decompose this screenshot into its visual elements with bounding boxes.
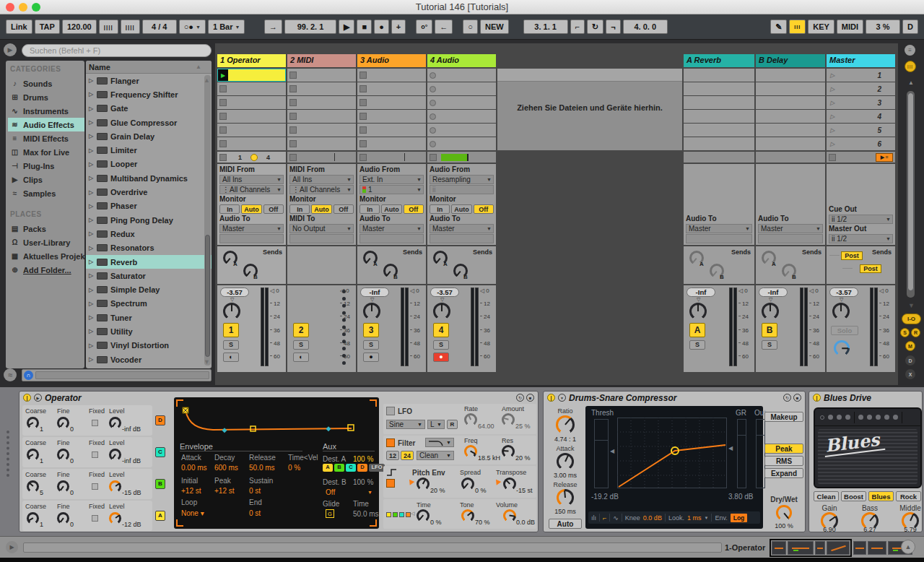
input-channel-select[interactable]: ⋮ All Channels▼ [289, 185, 354, 194]
lookahead-value[interactable]: 1 ms [687, 514, 702, 522]
mode-rock-button[interactable]: Rock [896, 491, 921, 501]
dropdown-arrow-icon[interactable]: ▼ [346, 225, 352, 233]
disclosure-triangle-icon[interactable]: ▷ [89, 77, 94, 84]
sidebar-item-clips[interactable]: ▶Clips [8, 173, 84, 186]
list-item[interactable]: ▷Resonators [86, 241, 212, 255]
stop-all-icon[interactable] [289, 154, 297, 161]
clip-record-icon[interactable] [430, 86, 436, 92]
list-item[interactable]: ▷Flanger [86, 74, 212, 87]
return-slot[interactable] [684, 137, 754, 150]
scene-launch-icon[interactable]: ▷ [830, 100, 834, 106]
clip-stop-icon[interactable] [359, 113, 367, 120]
clip-slot[interactable] [217, 124, 286, 137]
search-input[interactable] [22, 44, 212, 57]
disclosure-triangle-icon[interactable]: ▷ [89, 259, 94, 265]
sidebar-item-midi-effects[interactable]: ≡MIDI Effects [8, 131, 84, 145]
clip-play-icon[interactable]: ▶ [218, 69, 228, 81]
clip-stop-icon[interactable] [289, 72, 297, 79]
scene-launch-icon[interactable]: ▷ [830, 141, 834, 147]
stop-all-icon[interactable] [359, 154, 367, 161]
scene-row[interactable]: ▷1 [827, 69, 895, 82]
punch-in-button[interactable]: ⌐ [570, 20, 585, 34]
places-item-aktuelles-projekt[interactable]: ▦Aktuelles Projekt [8, 249, 84, 263]
end-value[interactable]: 0 st [249, 509, 261, 517]
dropdown-arrow-icon[interactable]: ▼ [886, 235, 891, 243]
metronome-button[interactable]: ○●▼ [179, 20, 206, 34]
return-slot[interactable] [684, 96, 754, 109]
track-activator-button[interactable]: 1 [223, 323, 239, 337]
rate-knob[interactable] [464, 413, 477, 426]
clip-indicator-icon[interactable]: ◁ [480, 288, 484, 294]
sidebar-item-audio-effects[interactable]: ≋Audio Effects [8, 118, 84, 131]
mixer-view-toggle-icon[interactable]: ||| [905, 61, 916, 72]
preview-strip[interactable] [35, 371, 209, 379]
osc-letter-badge[interactable]: D [155, 415, 165, 425]
list-item[interactable]: ▷Vocoder [86, 353, 212, 366]
disclosure-triangle-icon[interactable]: ▷ [89, 175, 94, 181]
monitor-auto-button[interactable]: Auto [241, 204, 261, 214]
show-sends-button[interactable]: S [900, 328, 910, 337]
arm-button[interactable]: ● [433, 353, 449, 362]
return-slot[interactable] [684, 82, 754, 95]
list-item[interactable]: ▷Phaser [86, 199, 212, 213]
input-channel-select[interactable]: 1▼ [359, 185, 424, 194]
clip-slot[interactable] [427, 96, 496, 109]
output-channel-select[interactable] [758, 234, 823, 243]
freq-knob[interactable] [464, 445, 477, 458]
sidebar-item-drums[interactable]: ⊞Drums [8, 90, 84, 104]
monitor-in-button[interactable]: In [289, 204, 310, 214]
loop-button[interactable]: ↻ [587, 20, 603, 34]
track-activator-button[interactable]: 2 [293, 323, 309, 337]
clip-stop-row[interactable] [287, 152, 356, 163]
new-button[interactable]: NEW [480, 20, 509, 34]
pan-knob[interactable] [762, 303, 779, 320]
track-header[interactable]: 3 Audio [357, 54, 426, 67]
clip-record-icon[interactable] [430, 72, 436, 79]
monitor-off-button[interactable]: Off [474, 204, 494, 214]
pan-knob[interactable] [223, 303, 240, 320]
dropdown-arrow-icon[interactable]: ▼ [276, 225, 282, 233]
clip-indicator-icon[interactable]: ◁ [809, 288, 814, 294]
thresh-value[interactable]: -19.2 dB [591, 493, 619, 501]
clip-indicator-icon[interactable]: ◁ [270, 288, 274, 294]
disclosure-triangle-icon[interactable]: ▷ [89, 356, 94, 363]
amount-knob[interactable] [502, 413, 515, 426]
list-item[interactable]: ▷Limiter [86, 143, 212, 157]
clip-indicator-icon[interactable]: ◁ [738, 288, 743, 294]
tempo-field[interactable]: 120.00 [62, 20, 97, 34]
track-activator-button[interactable]: 3 [363, 323, 379, 337]
draw-mode-button[interactable]: ✎ [770, 20, 787, 34]
time-signature-field[interactable]: 4 / 4 [142, 20, 177, 34]
dest-b-dropdown-icon[interactable]: ▼ [367, 490, 372, 495]
play-button[interactable]: ▶ [339, 20, 354, 34]
solo-button[interactable]: S [223, 340, 239, 350]
tap-tempo-button[interactable]: TAP [35, 20, 60, 34]
clip-stop-icon[interactable] [359, 140, 367, 147]
punch-out-button[interactable]: ¬ [606, 20, 620, 34]
input-channel-select[interactable]: ⋮ All Channels▼ [219, 185, 284, 194]
quantization-menu[interactable]: 1 Bar▼ [208, 20, 245, 34]
fold-device-icon[interactable]: ▶ [34, 394, 42, 402]
stop-all-icon[interactable] [829, 154, 836, 161]
session-scroll-down-icon[interactable]: ▼ [908, 302, 915, 309]
disclosure-triangle-icon[interactable]: ▷ [89, 287, 94, 293]
device-chain-selection[interactable] [770, 539, 852, 557]
clip-record-icon[interactable] [430, 127, 436, 134]
disclosure-triangle-icon[interactable]: ▷ [89, 189, 94, 196]
nudge-up-icon[interactable]: |||| [121, 20, 140, 34]
clip-stop-row[interactable] [357, 152, 426, 163]
clip-slot[interactable] [287, 137, 356, 150]
disclosure-triangle-icon[interactable]: ▷ [89, 328, 94, 334]
pan-knob[interactable] [363, 303, 380, 320]
disclosure-triangle-icon[interactable]: ▷ [89, 119, 94, 126]
dropdown-arrow-icon[interactable]: ▼ [446, 453, 451, 458]
clip-stop-row[interactable]: 14 [217, 152, 286, 163]
key-map-button[interactable]: KEY [808, 20, 834, 34]
clip-stop-icon[interactable] [219, 126, 227, 134]
operator-osc-row-b[interactable]: CoarseFineFixedLevel50-15 dBB [22, 469, 152, 499]
computer-midi-keyboard-button[interactable]: ΙΙΙ [789, 20, 806, 34]
clip-record-icon[interactable] [430, 113, 436, 120]
follow-button[interactable]: → [264, 20, 282, 34]
mode-boost-button[interactable]: Boost [841, 491, 866, 501]
midi-map-button[interactable]: MIDI [837, 20, 863, 34]
